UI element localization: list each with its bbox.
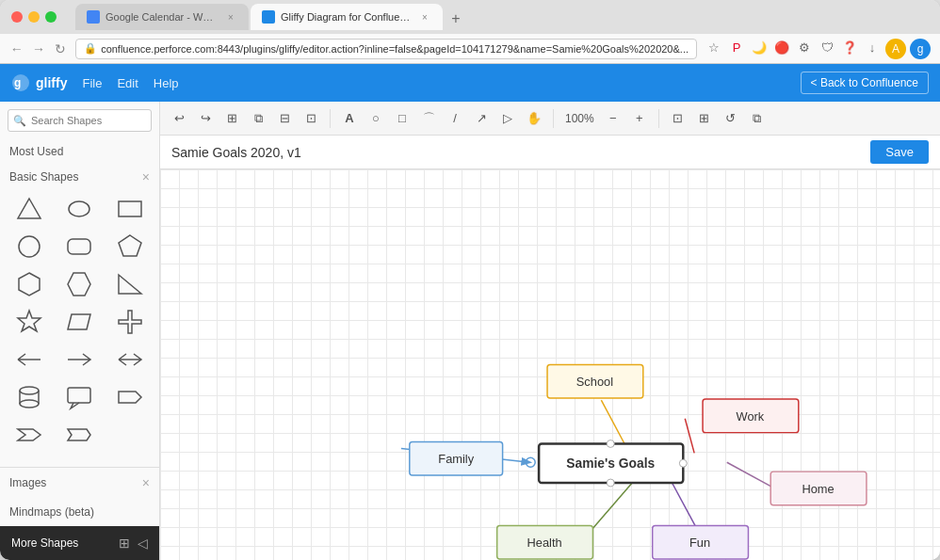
calendar-favicon [87,10,100,24]
rect-tool[interactable]: □ [391,107,413,130]
sidebar-most-used: Most Used [0,139,159,164]
tab-gliffy-close[interactable]: × [418,10,431,24]
arc-tool[interactable]: ⌒ [417,107,440,130]
traffic-lights [11,11,57,23]
shape-arrow-chevron[interactable] [8,420,51,450]
handle-bottom[interactable] [607,479,614,487]
line-tool[interactable]: / [444,107,466,130]
shape-arrow-notch[interactable] [58,420,102,450]
rotate-button[interactable]: ↺ [720,107,742,130]
left-sidebar: 🔍 Most Used Basic Shapes × [0,102,160,560]
extension3-icon[interactable]: 🛡 [818,39,836,57]
basic-shapes-header[interactable]: Basic Shapes × [0,164,159,190]
zoom-display: 100% [561,112,598,125]
extension1-icon[interactable]: 🔴 [772,39,791,57]
shape-label[interactable] [108,382,152,412]
tab-gliffy[interactable]: Gliffy Diagram for Confluence × [251,4,443,30]
shape-parallelogram[interactable] [58,307,102,337]
node-school-label: School [576,375,613,389]
shape-plus[interactable] [108,307,152,337]
shape-circle[interactable] [8,232,51,262]
back-button[interactable]: ← [9,40,24,58]
extension5-icon[interactable]: ↓ [863,39,882,57]
search-input[interactable] [8,109,152,132]
shape-pentagon[interactable] [108,232,152,262]
extension4-icon[interactable]: ❓ [840,39,859,57]
zoom-in-button[interactable]: + [628,107,651,130]
fit-button[interactable]: ⊡ [667,107,689,130]
images-close-icon[interactable]: × [142,475,150,490]
profile-icon[interactable]: A [885,39,906,59]
shape-hexagon2[interactable] [58,269,102,299]
shape-callout[interactable] [58,382,102,412]
shape-rounded-rect[interactable] [58,232,102,262]
search-icon: 🔍 [13,115,26,127]
extension2-icon[interactable]: ⚙ [795,39,814,57]
most-used-header[interactable]: Most Used [0,139,159,164]
connection-central-fun [671,481,697,529]
shape-ellipse[interactable] [58,194,102,224]
traffic-light-minimize[interactable] [28,11,40,23]
forward-button[interactable]: → [31,40,45,58]
arrow-tool[interactable]: ↗ [470,107,493,130]
extension6-icon[interactable]: g [910,39,931,59]
select-tool[interactable]: ▷ [496,107,519,130]
gliffy-logo: g gliffy [11,73,67,92]
browser-titlebar: Google Calendar - Week of De... × Gliffy… [0,0,940,34]
handle-top[interactable] [607,440,614,448]
shape-triangle[interactable] [8,194,51,224]
most-used-label: Most Used [9,145,63,158]
zoom-out-button[interactable]: − [602,107,624,130]
shape-right-triangle[interactable] [108,269,152,299]
back-to-confluence-button[interactable]: < Back to Confluence [801,72,929,94]
pinterest-icon[interactable]: P [727,39,746,57]
address-bar[interactable]: 🔒 confluence.perforce.com:8443/plugins/g… [75,39,697,59]
gliffy-favicon [262,10,275,24]
shape-star[interactable] [8,307,51,337]
text-tool[interactable]: A [338,107,361,130]
handle-right[interactable] [679,459,687,467]
svg-marker-12 [68,314,90,329]
refresh-button[interactable]: ↻ [54,40,68,58]
canvas-body[interactable]: School Work Family Samie's Goals [160,169,940,560]
more-shapes-expand-icon[interactable]: ⊞ [119,536,130,551]
toolbar-sep-2 [553,109,554,128]
add-tab-button[interactable]: + [445,8,467,30]
shape-arrow-both[interactable] [108,344,152,375]
svg-marker-9 [68,273,90,296]
shape-rectangle[interactable] [108,194,152,224]
shape-arrow-right[interactable] [58,344,102,375]
traffic-light-maximize[interactable] [45,11,57,23]
app-toolbar: g gliffy File Edit Help < Back to Conflu… [0,64,940,102]
shape-hexagon[interactable] [8,269,51,299]
save-button[interactable]: Save [870,140,929,164]
undo-button[interactable]: ↩ [168,107,190,130]
hand-tool[interactable]: ✋ [523,107,545,130]
sidebar-images-link[interactable]: Images × [0,468,159,498]
ellipse-tool[interactable]: ○ [365,107,387,130]
menu-file[interactable]: File [82,76,102,90]
bookmark-icon[interactable]: ☆ [705,39,723,57]
tab-calendar[interactable]: Google Calendar - Week of De... × [75,4,249,30]
more-shapes-collapse-icon[interactable]: ◁ [138,536,148,551]
fullscreen-button[interactable]: ⊞ [693,107,716,130]
traffic-light-close[interactable] [11,11,23,23]
menu-help[interactable]: Help [154,76,179,90]
grid-button[interactable]: ⊞ [220,107,243,130]
copy-button[interactable]: ⧉ [247,107,269,130]
menu-edit[interactable]: Edit [117,76,138,90]
tab-calendar-close[interactable]: × [224,10,237,24]
delete-button[interactable]: ⊟ [273,107,296,130]
redo-button[interactable]: ↪ [194,107,217,130]
basic-shapes-close-icon[interactable]: × [142,169,150,184]
layers-button[interactable]: ⧉ [746,107,769,130]
toolbar-sep-3 [658,109,659,128]
browser-action-icons: ☆ P 🌙 🔴 ⚙ 🛡 ❓ ↓ A g [705,39,931,59]
diagram-title: Samie Goals 2020, v1 [171,145,301,160]
svg-point-5 [19,236,40,257]
shape-arrow-left[interactable] [8,344,51,375]
darkmode-icon[interactable]: 🌙 [750,39,769,57]
shape-cylinder[interactable] [8,382,51,412]
sidebar-mindmaps-link[interactable]: Mindmaps (beta) [0,498,159,526]
another-btn[interactable]: ⊡ [300,107,322,130]
